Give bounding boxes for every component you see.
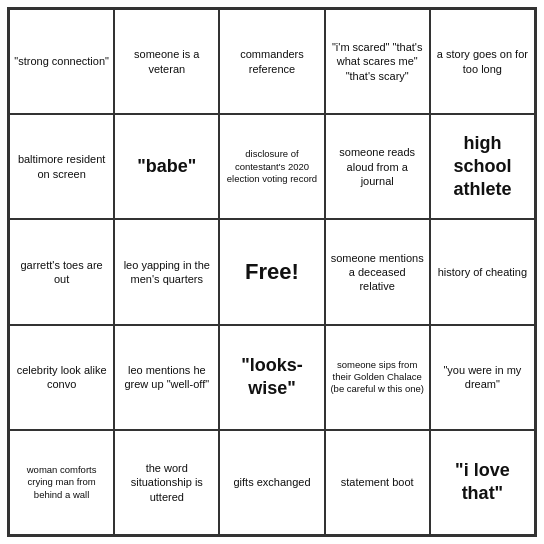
bingo-cell-r2c4: history of cheating [430, 219, 535, 324]
bingo-cell-r0c0: "strong connection" [9, 9, 114, 114]
bingo-card: "strong connection"someone is a veteranc… [7, 7, 537, 537]
bingo-cell-r2c0: garrett's toes are out [9, 219, 114, 324]
bingo-cell-r3c3: someone sips from their Golden Chalace (… [325, 325, 430, 430]
bingo-cell-r1c3: someone reads aloud from a journal [325, 114, 430, 219]
bingo-cell-r4c1: the word situationship is uttered [114, 430, 219, 535]
bingo-cell-r4c4: "i love that" [430, 430, 535, 535]
bingo-cell-r1c1: "babe" [114, 114, 219, 219]
bingo-cell-r4c0: woman comforts crying man from behind a … [9, 430, 114, 535]
bingo-cell-r3c0: celebrity look alike convo [9, 325, 114, 430]
bingo-cell-r0c3: "i'm scared" "that's what scares me" "th… [325, 9, 430, 114]
bingo-cell-r3c1: leo mentions he grew up "well-off" [114, 325, 219, 430]
bingo-cell-r1c2: disclosure of contestant's 2020 election… [219, 114, 324, 219]
bingo-cell-r4c2: gifts exchanged [219, 430, 324, 535]
bingo-cell-r4c3: statement boot [325, 430, 430, 535]
bingo-cell-r1c4: high school athlete [430, 114, 535, 219]
bingo-cell-r0c4: a story goes on for too long [430, 9, 535, 114]
bingo-cell-r1c0: baltimore resident on screen [9, 114, 114, 219]
bingo-cell-r2c2: Free! [219, 219, 324, 324]
bingo-cell-r2c1: leo yapping in the men's quarters [114, 219, 219, 324]
bingo-cell-r2c3: someone mentions a deceased relative [325, 219, 430, 324]
bingo-cell-r0c1: someone is a veteran [114, 9, 219, 114]
bingo-cell-r0c2: commanders reference [219, 9, 324, 114]
bingo-cell-r3c4: "you were in my dream" [430, 325, 535, 430]
bingo-cell-r3c2: "looks-wise" [219, 325, 324, 430]
